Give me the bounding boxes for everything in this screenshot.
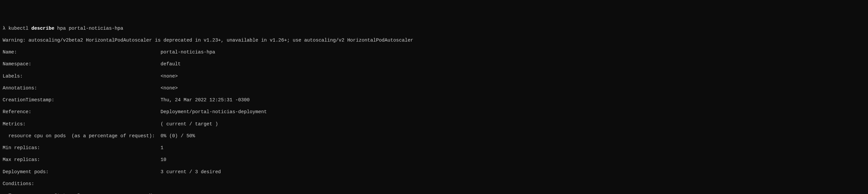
command: kubectl xyxy=(8,26,28,31)
field-min-replicas: Min replicas: 1 xyxy=(3,145,865,151)
field-deployment-pods: Deployment pods: 3 current / 3 desired xyxy=(3,169,865,175)
field-annotations: Annotations: <none> xyxy=(3,85,865,91)
conditions-header: Conditions: xyxy=(3,181,865,187)
field-reference: Reference: Deployment/portal-noticias-de… xyxy=(3,109,865,115)
field-creation: CreationTimestamp: Thu, 24 Mar 2022 12:2… xyxy=(3,97,865,103)
field-name: Name: portal-noticias-hpa xyxy=(3,49,865,55)
field-max-replicas: Max replicas: 10 xyxy=(3,157,865,163)
command-bold: describe xyxy=(31,26,55,31)
command-line: λ kubectl describe hpa portal-noticias-h… xyxy=(3,25,865,31)
warning-line: Warning: autoscaling/v2beta2 HorizontalP… xyxy=(3,37,865,43)
field-labels: Labels: <none> xyxy=(3,73,865,79)
prompt-symbol: λ xyxy=(3,26,6,31)
command-args: hpa portal-noticias-hpa xyxy=(55,26,123,31)
field-metrics-detail: resource cpu on pods (as a percentage of… xyxy=(3,133,865,139)
field-metrics: Metrics: ( current / target ) xyxy=(3,121,865,127)
conditions-col-headers: Type Status Reason Message xyxy=(3,193,865,194)
field-namespace: Namespace: default xyxy=(3,61,865,67)
